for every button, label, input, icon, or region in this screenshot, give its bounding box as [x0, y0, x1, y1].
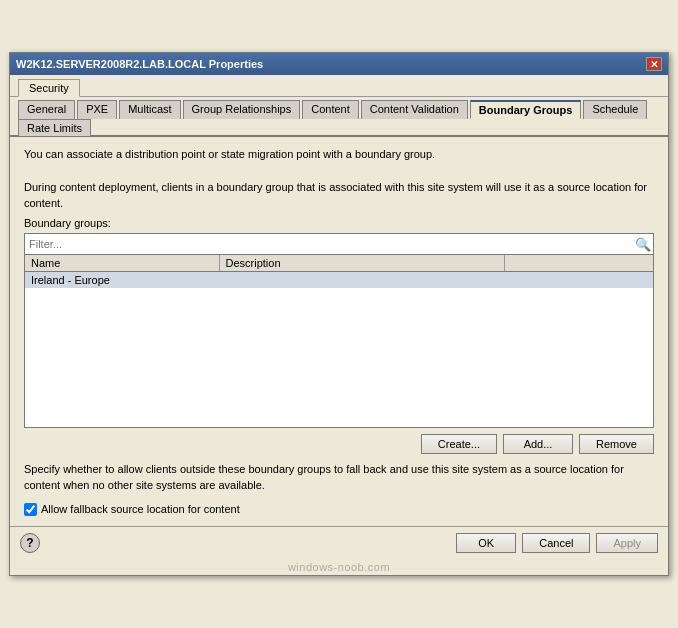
- cell-name: Ireland - Europe: [25, 273, 219, 287]
- tab-content-validation[interactable]: Content Validation: [361, 100, 468, 119]
- boundary-groups-table: Name Description Ireland - Europe: [24, 255, 654, 428]
- bottom-buttons: OK Cancel Apply: [456, 533, 658, 553]
- content-area: You can associate a distribution point o…: [10, 137, 668, 526]
- table-row[interactable]: Ireland - Europe: [25, 272, 653, 288]
- info-text-2: During content deployment, clients in a …: [24, 180, 654, 211]
- add-button[interactable]: Add...: [503, 434, 573, 454]
- col-header-name: Name: [25, 255, 220, 271]
- tab-schedule[interactable]: Schedule: [583, 100, 647, 119]
- tab-group-relationships[interactable]: Group Relationships: [183, 100, 301, 119]
- table-body: Ireland - Europe: [25, 272, 653, 427]
- fallback-checkbox-row: Allow fallback source location for conte…: [24, 503, 654, 516]
- fallback-checkbox[interactable]: [24, 503, 37, 516]
- tab-rate-limits[interactable]: Rate Limits: [18, 119, 91, 136]
- cell-empty: [504, 273, 653, 287]
- close-button[interactable]: ✕: [646, 57, 662, 71]
- table-buttons: Create... Add... Remove: [24, 434, 654, 454]
- filter-input[interactable]: [25, 236, 633, 252]
- apply-button[interactable]: Apply: [596, 533, 658, 553]
- info-text-1: You can associate a distribution point o…: [24, 147, 654, 162]
- table-header: Name Description: [25, 255, 653, 272]
- watermark: windows-noob.com: [10, 559, 668, 575]
- tab-general[interactable]: General: [18, 100, 75, 119]
- tab-boundary-groups[interactable]: Boundary Groups: [470, 100, 582, 119]
- create-button[interactable]: Create...: [421, 434, 497, 454]
- col-header-empty: [505, 255, 653, 271]
- tab-security[interactable]: Security: [18, 79, 80, 97]
- security-tab-row: Security: [10, 75, 668, 97]
- main-window: W2K12.SERVER2008R2.LAB.LOCAL Properties …: [9, 52, 669, 576]
- remove-button[interactable]: Remove: [579, 434, 654, 454]
- ok-button[interactable]: OK: [456, 533, 516, 553]
- filter-row: 🔍: [24, 233, 654, 255]
- main-tab-row: General PXE Multicast Group Relationship…: [10, 97, 668, 137]
- cancel-button[interactable]: Cancel: [522, 533, 590, 553]
- col-header-description: Description: [220, 255, 505, 271]
- window-title: W2K12.SERVER2008R2.LAB.LOCAL Properties: [16, 58, 263, 70]
- help-icon[interactable]: ?: [20, 533, 40, 553]
- tab-multicast[interactable]: Multicast: [119, 100, 180, 119]
- bottom-bar: ? OK Cancel Apply: [10, 526, 668, 559]
- cell-description: [219, 273, 504, 287]
- fallback-text: Specify whether to allow clients outside…: [24, 462, 654, 493]
- tab-pxe[interactable]: PXE: [77, 100, 117, 119]
- fallback-checkbox-label: Allow fallback source location for conte…: [41, 503, 240, 515]
- title-bar: W2K12.SERVER2008R2.LAB.LOCAL Properties …: [10, 53, 668, 75]
- tab-content[interactable]: Content: [302, 100, 359, 119]
- search-icon: 🔍: [633, 234, 653, 254]
- section-label: Boundary groups:: [24, 217, 654, 229]
